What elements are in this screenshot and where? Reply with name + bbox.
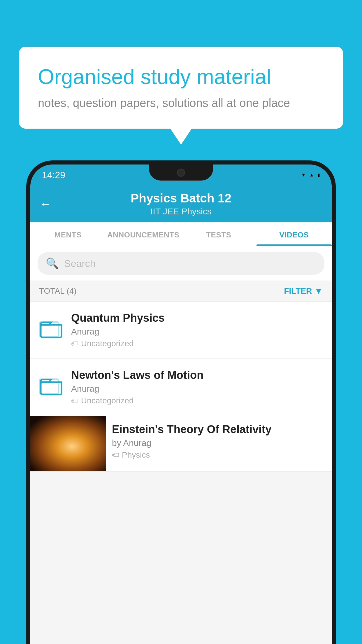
bubble-title: Organised study material	[38, 64, 324, 89]
video-info: Einstein's Theory Of Relativity by Anura…	[106, 416, 332, 467]
battery-icon: ▮	[317, 172, 320, 178]
video-tag: 🏷 Uncategorized	[71, 339, 324, 348]
phone-inner: 14:29 ▼ ▲ ▮ ← Physics Batch 12 IIT JEE P…	[30, 164, 332, 644]
video-info: Quantum Physics Anurag 🏷 Uncategorized	[71, 312, 324, 348]
list-item[interactable]: Einstein's Theory Of Relativity by Anura…	[30, 416, 332, 472]
folder-icon	[38, 313, 64, 340]
tab-ments[interactable]: MENTS	[30, 222, 106, 246]
filter-button[interactable]: FILTER ▼	[284, 286, 323, 296]
wifi-icon: ▼	[301, 172, 306, 178]
app-screen: ← Physics Batch 12 IIT JEE Physics MENTS…	[30, 186, 332, 644]
camera	[177, 169, 185, 177]
speech-bubble: Organised study material notes, question…	[19, 47, 343, 129]
video-title: Newton's Laws of Motion	[71, 369, 324, 382]
back-button[interactable]: ←	[39, 197, 52, 211]
folder-icon	[38, 370, 64, 397]
video-tag: 🏷 Uncategorized	[71, 396, 324, 405]
tag-icon: 🏷	[71, 396, 79, 405]
signal-icon: ▲	[309, 172, 314, 178]
search-icon: 🔍	[46, 257, 59, 270]
search-placeholder: Search	[64, 258, 96, 269]
status-time: 14:29	[42, 170, 65, 181]
phone-notch	[149, 164, 213, 181]
filter-label: FILTER	[284, 286, 312, 296]
speech-bubble-container: Organised study material notes, question…	[19, 47, 343, 129]
app-header: ← Physics Batch 12 IIT JEE Physics	[30, 186, 332, 222]
folder-svg	[39, 315, 62, 338]
header-subtitle: IIT JEE Physics	[58, 206, 304, 216]
video-list: Quantum Physics Anurag 🏷 Uncategorized	[30, 302, 332, 472]
tab-videos[interactable]: VIDEOS	[256, 222, 332, 246]
filter-row: TOTAL (4) FILTER ▼	[30, 281, 332, 302]
phone-frame: 14:29 ▼ ▲ ▮ ← Physics Batch 12 IIT JEE P…	[26, 160, 336, 644]
status-icons: ▼ ▲ ▮	[301, 172, 320, 178]
tag-icon: 🏷	[112, 451, 120, 460]
tag-text: Physics	[122, 450, 150, 460]
total-count: TOTAL (4)	[39, 286, 77, 296]
tag-icon: 🏷	[71, 339, 79, 348]
bubble-subtitle: notes, question papers, solutions all at…	[38, 97, 324, 110]
folder-svg	[39, 372, 62, 395]
video-author: Anurag	[71, 327, 324, 337]
tag-text: Uncategorized	[81, 339, 134, 348]
list-item[interactable]: Newton's Laws of Motion Anurag 🏷 Uncateg…	[30, 359, 332, 416]
tab-announcements[interactable]: ANNOUNCEMENTS	[106, 222, 181, 246]
video-title: Quantum Physics	[71, 312, 324, 324]
video-author: by Anurag	[112, 438, 326, 448]
search-container: 🔍 Search	[30, 246, 332, 281]
video-author: Anurag	[71, 384, 324, 394]
tabs-bar: MENTS ANNOUNCEMENTS TESTS VIDEOS	[30, 222, 332, 246]
video-thumbnail[interactable]	[30, 416, 106, 471]
tab-tests[interactable]: TESTS	[181, 222, 256, 246]
header-title: Physics Batch 12	[58, 191, 304, 205]
tag-text: Uncategorized	[81, 396, 134, 405]
video-title: Einstein's Theory Of Relativity	[112, 423, 326, 436]
list-item[interactable]: Quantum Physics Anurag 🏷 Uncategorized	[30, 302, 332, 359]
header-text: Physics Batch 12 IIT JEE Physics	[58, 191, 304, 216]
video-tag: 🏷 Physics	[112, 450, 326, 460]
search-bar[interactable]: 🔍 Search	[38, 252, 324, 275]
video-info: Newton's Laws of Motion Anurag 🏷 Uncateg…	[71, 369, 324, 405]
filter-icon: ▼	[314, 286, 323, 296]
